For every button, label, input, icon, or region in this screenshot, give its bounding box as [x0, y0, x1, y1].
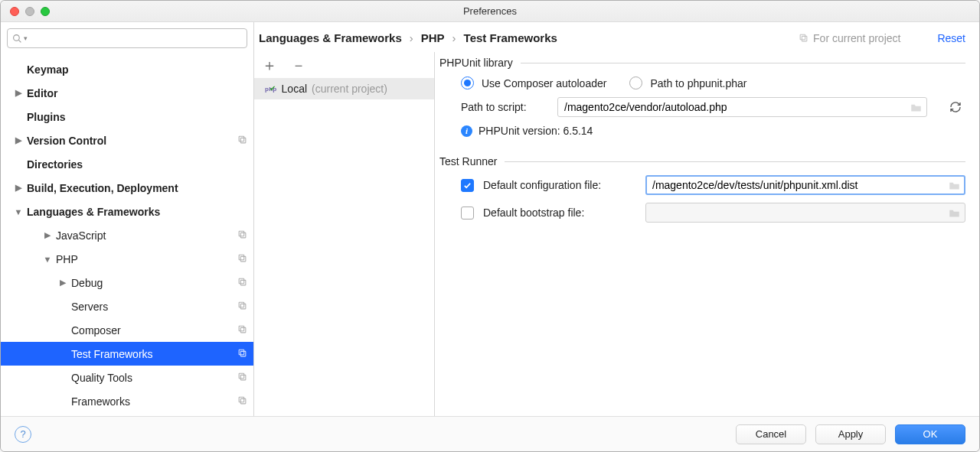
- add-config-button[interactable]: ＋: [262, 55, 277, 76]
- svg-point-0: [14, 34, 20, 41]
- project-scope-icon: [237, 395, 247, 408]
- chevron-right-icon: ›: [410, 31, 413, 44]
- project-scope-icon: [237, 372, 247, 384]
- default-bootstrap-file-label: Default bootstrap file:: [483, 206, 636, 219]
- tree-arrow-icon: ▶: [57, 278, 68, 288]
- breadcrumbs: Languages & Frameworks › PHP › Test Fram…: [259, 31, 792, 44]
- default-config-file-label: Default configuration file:: [483, 179, 636, 191]
- path-to-script-label: Path to script:: [461, 101, 545, 113]
- tree-item-label: Editor: [27, 87, 247, 99]
- browse-folder-icon[interactable]: [949, 180, 960, 190]
- window-title: Preferences: [1, 5, 979, 17]
- tree-item-test-frameworks[interactable]: Test Frameworks: [1, 342, 253, 366]
- breadcrumb-item[interactable]: PHP: [421, 31, 445, 44]
- tree-arrow-icon: ▶: [13, 183, 24, 193]
- tree-item-label: Languages & Frameworks: [27, 206, 247, 218]
- settings-tree: Keymap▶EditorPlugins▶Version ControlDire…: [1, 54, 253, 416]
- remove-config-button[interactable]: －: [291, 55, 306, 76]
- tree-item-plugins[interactable]: Plugins: [1, 105, 253, 128]
- tree-arrow-icon: ▶: [13, 88, 24, 98]
- tree-item-languages-frameworks[interactable]: ▼Languages & Frameworks: [1, 200, 253, 223]
- tree-item-label: Composer: [71, 324, 237, 337]
- svg-rect-17: [239, 373, 244, 379]
- project-scope-icon: [237, 348, 247, 360]
- svg-rect-4: [240, 233, 246, 238]
- apply-button[interactable]: Apply: [815, 424, 886, 444]
- tree-item-debug[interactable]: ▶Debug: [1, 271, 253, 294]
- tree-item-editor[interactable]: ▶Editor: [1, 81, 253, 105]
- svg-rect-16: [240, 375, 246, 380]
- copy-icon: [799, 33, 808, 43]
- browse-folder-icon[interactable]: [910, 102, 922, 112]
- svg-rect-14: [240, 351, 246, 356]
- project-scope-label: For current project: [813, 32, 900, 44]
- reload-version-button[interactable]: [946, 97, 965, 117]
- breadcrumb-item[interactable]: Languages & Frameworks: [259, 31, 402, 44]
- tree-item-php[interactable]: ▼PHP: [1, 247, 253, 271]
- php-icon: ✔ php: [265, 86, 277, 93]
- help-button[interactable]: ?: [15, 426, 31, 443]
- config-list-item-local[interactable]: ✔ php Local (current project): [254, 78, 434, 99]
- browse-folder-icon: [949, 208, 960, 218]
- config-item-label: Local: [282, 83, 307, 95]
- svg-rect-15: [239, 350, 244, 355]
- tree-arrow-icon: ▶: [42, 230, 53, 240]
- svg-rect-9: [239, 278, 244, 284]
- checkbox-default-bootstrap-file[interactable]: [461, 206, 474, 219]
- svg-rect-18: [240, 398, 246, 404]
- tree-item-servers[interactable]: Servers: [1, 294, 253, 318]
- search-input-wrapper[interactable]: ▾: [7, 28, 247, 48]
- svg-rect-12: [240, 327, 246, 333]
- tree-item-label: Quality Tools: [71, 372, 237, 384]
- tree-item-label: Test Frameworks: [71, 348, 237, 360]
- svg-rect-5: [239, 231, 244, 236]
- project-scope-badge: For current project: [799, 32, 900, 44]
- path-to-script-input[interactable]: [563, 100, 906, 114]
- default-config-file-input-wrapper[interactable]: [645, 175, 965, 195]
- project-scope-icon: [237, 277, 247, 289]
- tree-item-composer[interactable]: Composer: [1, 318, 253, 342]
- project-scope-icon: [237, 135, 247, 147]
- cancel-button[interactable]: Cancel: [736, 424, 806, 444]
- tree-item-build-execution-deployment[interactable]: ▶Build, Execution, Deployment: [1, 176, 253, 200]
- config-list-toolbar: ＋ －: [254, 52, 434, 78]
- svg-rect-10: [240, 304, 246, 309]
- project-scope-icon: [237, 301, 247, 313]
- tree-item-directories[interactable]: Directories: [1, 152, 253, 176]
- tree-item-label: Version Control: [27, 135, 237, 147]
- group-title-library: PHPUnit library: [439, 57, 513, 69]
- tree-item-keymap[interactable]: Keymap: [1, 57, 253, 81]
- footer: ? Cancel Apply OK: [1, 416, 979, 451]
- svg-rect-8: [240, 280, 246, 285]
- project-scope-icon: [237, 253, 247, 265]
- chevron-right-icon: ›: [452, 31, 456, 44]
- tree-item-javascript[interactable]: ▶JavaScript: [1, 223, 253, 247]
- tree-item-label: Debug: [71, 277, 237, 289]
- tree-item-quality-tools[interactable]: Quality Tools: [1, 366, 253, 389]
- refresh-icon: [949, 101, 962, 113]
- default-config-file-input[interactable]: [651, 178, 944, 192]
- ok-button[interactable]: OK: [895, 424, 965, 444]
- config-item-sublabel: (current project): [312, 83, 387, 95]
- tree-item-version-control[interactable]: ▶Version Control: [1, 128, 253, 152]
- search-history-caret-icon[interactable]: ▾: [24, 34, 28, 42]
- project-scope-icon: [237, 229, 247, 242]
- svg-rect-2: [240, 138, 246, 143]
- breadcrumb-item: Test Frameworks: [464, 31, 557, 44]
- default-bootstrap-file-input: [651, 206, 944, 219]
- tree-item-label: JavaScript: [56, 229, 237, 242]
- form-panel: PHPUnit library Use Composer autoloader …: [435, 52, 979, 416]
- search-input[interactable]: [31, 32, 242, 45]
- tree-item-label: PHP: [56, 253, 237, 265]
- phpunit-version-label: PHPUnit version: 6.5.14: [479, 125, 593, 137]
- checkbox-default-config-file[interactable]: [461, 179, 474, 192]
- path-to-script-input-wrapper[interactable]: [557, 97, 927, 117]
- svg-rect-6: [240, 256, 246, 262]
- reset-link[interactable]: Reset: [937, 32, 965, 44]
- config-list-panel: ＋ － ✔ php Local (current project): [254, 52, 434, 416]
- tree-item-frameworks[interactable]: Frameworks: [1, 389, 253, 413]
- radio-use-composer-autoloader[interactable]: Use Composer autoloader: [461, 76, 606, 89]
- radio-path-to-phar[interactable]: Path to phpunit.phar: [629, 76, 746, 89]
- info-icon: i: [461, 125, 472, 137]
- svg-line-1: [18, 40, 21, 42]
